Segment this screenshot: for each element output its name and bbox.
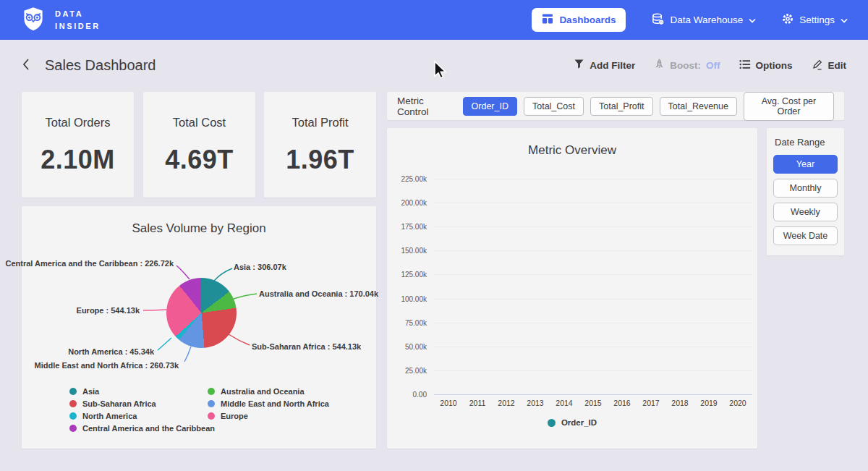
y-tick-label: 150.00k [401,247,427,255]
x-tick-label: 2015 [579,399,608,407]
x-tick-label: 2016 [608,399,637,407]
bar-series [434,179,752,394]
pie-chart-title: Sales Volume by Region [22,206,376,236]
date-range-week-date-button[interactable]: Week Date [773,226,838,245]
x-tick-label: 2017 [637,399,665,407]
y-tick-label: 50.00k [405,343,427,351]
kpi-card-total-orders: Total Orders 2.10M [22,92,134,198]
pie-callout-label: Sub-Saharan Africa : 544.13k [252,342,361,351]
owl-icon [20,6,46,35]
kpi-label: Total Orders [22,116,134,130]
date-range-weekly-button[interactable]: Weekly [773,203,838,221]
legend-label: Middle East and North Africa [221,399,329,408]
x-axis-labels: 2010201120122013201420152016201720182019… [434,399,752,407]
legend-dot [548,419,556,427]
pie-legend-item[interactable]: Asia [69,385,215,397]
bar-chart-legend[interactable]: Order_ID [387,418,757,427]
y-tick-label: 75.00k [405,319,427,327]
dashboards-grid-icon [542,13,553,27]
pie-legend-item[interactable]: Europe [208,410,329,422]
pie-legend-item[interactable]: Middle East and North Africa [208,397,329,410]
x-tick-label: 2013 [521,399,550,407]
y-tick-label: 25.00k [405,367,427,375]
metric-button-avg-cost-per-order[interactable]: Avg. Cost per Order [744,92,834,121]
pie-legend-item[interactable]: North America [69,410,215,422]
nav-dashboards-button[interactable]: Dashboards [532,8,626,32]
x-tick-label: 2020 [723,399,752,407]
y-tick-label: 225.00k [401,175,427,183]
legend-label: Australia and Oceania [221,387,305,396]
pie-legend-item[interactable]: Central America and the Caribbean [69,422,215,434]
legend-dot [69,400,77,407]
nav-dashboards-label: Dashboards [559,14,616,25]
metric-control-label: Metric Control [397,96,453,117]
brand-name: DATA INSIDER [55,8,101,32]
chart-title: Metric Overview [387,128,757,158]
page-title: Sales Dashboard [45,57,156,74]
kpi-card-total-profit: Total Profit 1.96T [264,92,376,198]
top-nav-menu: Dashboards Data Warehouse [532,8,848,32]
y-gridline: 0.00 [434,394,752,395]
date-range-panel: Date Range Year Monthly Weekly Week Date [767,128,844,255]
date-range-year-button[interactable]: Year [773,155,838,174]
gear-icon [782,13,793,27]
options-label: Options [756,60,793,71]
kpi-value: 2.10M [22,145,134,175]
legend-dot [208,400,215,407]
metric-button-total-cost[interactable]: Total_Cost [524,97,584,116]
edit-label: Edit [828,60,847,71]
date-range-label: Date Range [773,137,838,148]
legend-label: Europe [221,412,248,420]
nav-data-warehouse[interactable]: Data Warehouse [652,13,756,27]
metric-control-bar: Metric Control Order_ID Total_Cost Total… [387,92,844,120]
x-tick-label: 2018 [665,399,694,407]
pie-legend-item[interactable]: Australia and Oceania [208,385,329,397]
metric-overview-panel: Metric Overview 225.00k200.00k175.00k150… [387,128,757,449]
pie-chart[interactable] [166,278,237,348]
boost-label: Boost: [670,60,701,71]
sales-volume-by-region-panel: Sales Volume by Region AsiaSub-Saharan A… [22,206,376,449]
list-icon [739,59,751,72]
y-tick-label: 175.00k [401,223,427,231]
date-range-monthly-button[interactable]: Monthly [773,179,838,198]
kpi-label: Total Cost [143,116,255,130]
database-icon [652,13,664,27]
legend-label: North America [82,412,137,420]
pie-legend-item[interactable]: Sub-Saharan Africa [69,397,215,410]
brand-logo[interactable]: DATA INSIDER [20,6,101,35]
add-filter-label: Add Filter [590,60,635,71]
legend-dot [208,412,215,420]
metric-button-order-id[interactable]: Order_ID [463,97,517,116]
legend-label: Sub-Saharan Africa [82,399,156,408]
y-tick-label: 200.00k [401,199,427,207]
metric-button-total-revenue[interactable]: Total_Revenue [660,97,737,116]
kpi-label: Total Profit [264,116,376,130]
header-actions: Add Filter Boost: Off Options [574,59,846,72]
back-chevron-icon [22,58,30,73]
pie-callout-label: Europe : 544.13k [77,306,140,315]
funnel-icon [574,59,584,72]
legend-dot [208,388,215,395]
back-button[interactable] [22,58,30,73]
nav-settings[interactable]: Settings [782,13,848,27]
pie-callout-label: North America : 45.34k [68,347,154,356]
kpi-card-total-cost: Total Cost 4.69T [143,92,255,198]
metric-button-total-profit[interactable]: Total_Profit [590,97,653,116]
x-tick-label: 2019 [694,399,723,407]
edit-button[interactable]: Edit [812,59,847,72]
chevron-down-icon [841,14,848,25]
kpi-value: 4.69T [143,145,255,175]
metric-overview-plot: 225.00k200.00k175.00k150.00k125.00k100.0… [434,179,752,394]
boost-toggle[interactable]: Boost: Off [654,59,720,72]
x-tick-label: 2014 [550,399,579,407]
add-filter-button[interactable]: Add Filter [574,59,635,72]
nav-data-warehouse-label: Data Warehouse [670,14,743,25]
pie-callout-label: Central America and the Caribbean : 226.… [5,259,174,268]
legend-dot [69,425,77,432]
options-button[interactable]: Options [739,59,793,72]
boost-state: Off [706,60,720,71]
legend-label: Central America and the Caribbean [82,424,215,433]
pie-callout-label: Australia and Oceania : 170.04k [259,289,378,298]
nav-settings-label: Settings [799,14,835,25]
pie-callout-label: Middle East and North Africa : 260.73k [35,361,179,370]
